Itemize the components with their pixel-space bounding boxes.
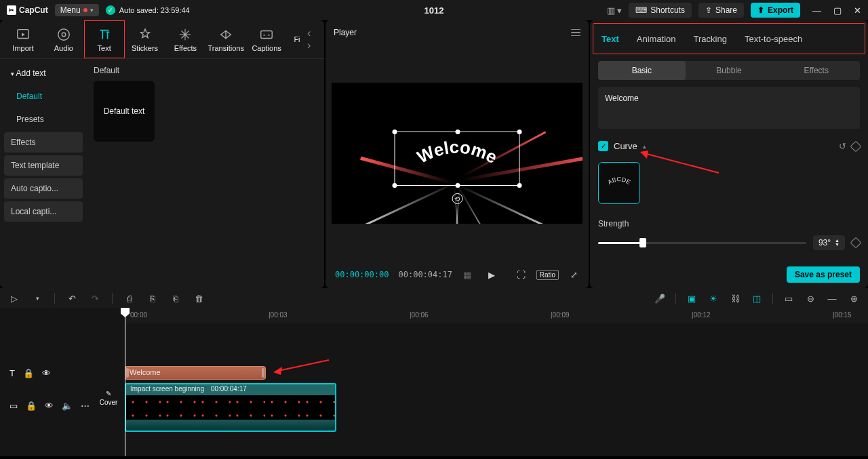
eye-icon[interactable]: 👁 — [42, 368, 51, 378]
tab-text[interactable]: Text — [84, 20, 125, 58]
subtab-bubble[interactable]: Bubble — [686, 61, 773, 80]
minimize-icon[interactable]: — — [812, 5, 821, 16]
captions-icon — [259, 27, 274, 42]
preview-area[interactable]: Welcome ⟲ — [326, 45, 589, 261]
slider-thumb[interactable] — [639, 238, 646, 247]
tab-effects[interactable]: Effects — [165, 20, 205, 58]
video-track: ▭ 🔒 👁 🔈 ⋯ ✎ Cover Impact screen beginnin… — [0, 383, 868, 432]
split-right-icon[interactable]: ⎗ — [170, 292, 182, 304]
delete-icon[interactable]: 🗑 — [193, 292, 205, 304]
handle-tr[interactable] — [517, 129, 522, 134]
video-clip-header: Impact screen beginning 00:00:04:17 — [126, 384, 335, 395]
svg-line-5 — [644, 153, 719, 173]
player-controls: 00:00:00:00 00:00:04:17 ▦ ▶ ⛶ Ratio ⤢ — [326, 261, 589, 288]
subtab-basic[interactable]: Basic — [598, 61, 686, 80]
zoom-out-icon[interactable]: ⊖ — [804, 292, 816, 304]
tab-tts[interactable]: Text-to-speech — [745, 34, 802, 44]
mic-icon[interactable]: 🎤 — [654, 292, 666, 304]
keyframe-icon[interactable] — [850, 237, 862, 249]
magnet-track-icon[interactable]: ☀ — [707, 292, 719, 304]
tracks: T 🔒 👁 Welcome ▭ 🔒 👁 🔈 ⋯ ✎ Cover Impact s… — [0, 323, 868, 432]
time-ruler[interactable]: 00:00 |00:03 |00:06 |00:09 |00:12 |00:15 — [125, 308, 868, 323]
more-icon[interactable]: ⋯ — [81, 401, 90, 411]
chevron-down-icon[interactable]: ▾ — [31, 292, 43, 304]
tab-tracking[interactable]: Tracking — [694, 34, 727, 44]
sidebar-text-template[interactable]: Text template — [4, 155, 83, 176]
curve-preset-thumb[interactable]: ABCDE — [598, 162, 640, 204]
playhead[interactable] — [125, 308, 125, 456]
rotate-handle[interactable]: ⟲ — [452, 193, 462, 204]
play-icon[interactable]: ▶ — [486, 267, 497, 282]
chevron-down-icon: ▾ — [90, 7, 94, 14]
subtab-effects[interactable]: Effects — [772, 61, 860, 80]
text-selection-box[interactable]: Welcome ⟲ — [395, 132, 520, 186]
sidebar-effects[interactable]: Effects — [4, 132, 83, 153]
tab-animation[interactable]: Animation — [637, 34, 676, 44]
pointer-icon[interactable]: ▷ — [8, 292, 20, 304]
curve-preset-icon: ABCDE — [601, 171, 637, 195]
text-content-input[interactable]: Welcome — [598, 87, 860, 129]
share-button[interactable]: ⇪ Share — [698, 3, 744, 18]
overview-icon[interactable]: ▭ — [783, 292, 795, 304]
reset-icon[interactable]: ↺ — [839, 141, 846, 151]
lock-icon[interactable]: 🔒 — [26, 401, 37, 411]
stepper-arrows[interactable]: ▲▼ — [835, 239, 840, 247]
split-left-icon[interactable]: ⎘ — [146, 292, 159, 304]
mute-icon[interactable]: 🔈 — [62, 401, 73, 411]
eye-icon[interactable]: 👁 — [45, 401, 54, 411]
player-menu-icon[interactable] — [571, 29, 580, 37]
handle-tm[interactable] — [455, 129, 460, 134]
compare-icon[interactable]: ▦ — [462, 267, 473, 282]
save-preset-row: Save as preset — [598, 266, 860, 283]
strength-value-input[interactable]: 93° ▲▼ — [813, 235, 845, 250]
tab-text-props[interactable]: Text — [601, 34, 619, 44]
layout-icon[interactable]: ▥ ▾ — [607, 5, 623, 16]
close-icon[interactable]: ✕ — [854, 5, 861, 16]
text-sidebar: ▾ Add text Default Presets Effects Text … — [0, 59, 87, 288]
zoom-in-icon[interactable]: ⊕ — [848, 292, 860, 304]
maximize-icon[interactable]: ▢ — [833, 5, 842, 16]
autosave-status: ✓ Auto saved: 23:59:44 — [106, 5, 190, 15]
shortcuts-button[interactable]: ⌨ Shortcuts — [629, 3, 692, 18]
tab-filters[interactable]: Fi — [287, 20, 307, 58]
tab-transitions[interactable]: Transitions — [205, 20, 246, 58]
sidebar-local-captions[interactable]: Local capti... — [4, 201, 83, 222]
menu-button[interactable]: Menu ▾ — [55, 4, 99, 16]
redo-icon[interactable]: ↷ — [89, 292, 101, 304]
notification-dot — [83, 8, 87, 12]
text-clip[interactable]: Welcome — [125, 366, 266, 380]
link-icon[interactable]: ⛓ — [729, 292, 741, 304]
preview-axis-icon[interactable]: ◫ — [751, 292, 763, 304]
tabs-scroll[interactable]: ‹ › — [307, 20, 321, 58]
share-icon: ⇪ — [705, 5, 712, 15]
keyframe-icon[interactable] — [850, 140, 862, 152]
zoom-slider-icon[interactable]: — — [826, 292, 838, 304]
save-preset-button[interactable]: Save as preset — [787, 266, 860, 283]
duration: 00:00:04:17 — [398, 270, 452, 279]
magnet-main-icon[interactable]: ▣ — [686, 292, 698, 304]
sidebar-presets[interactable]: Presets — [4, 109, 83, 129]
scale-icon[interactable]: ⛶ — [516, 267, 527, 282]
tab-stickers[interactable]: Stickers — [125, 20, 165, 58]
tab-captions[interactable]: Captions — [246, 20, 287, 58]
export-button[interactable]: ⬆ Export — [751, 3, 800, 18]
sidebar-add-text[interactable]: ▾ Add text — [4, 63, 83, 83]
sidebar-default[interactable]: Default — [4, 86, 83, 106]
tab-import[interactable]: Import — [3, 20, 43, 58]
video-clip[interactable]: Impact screen beginning 00:00:04:17 — [125, 383, 336, 432]
handle-tl[interactable] — [393, 129, 397, 134]
keyboard-icon: ⌨ — [635, 5, 647, 15]
fullscreen-icon[interactable]: ⤢ — [568, 267, 579, 282]
project-title: 1012 — [425, 5, 444, 16]
tab-audio[interactable]: Audio — [43, 20, 84, 58]
strength-slider[interactable] — [598, 242, 806, 244]
player-header: Player — [326, 20, 589, 45]
ratio-button[interactable]: Ratio — [536, 270, 559, 280]
sidebar-auto-captions[interactable]: Auto captio... — [4, 178, 83, 199]
collapse-icon[interactable]: ▴ — [643, 143, 646, 150]
lock-icon[interactable]: 🔒 — [23, 368, 34, 378]
undo-icon[interactable]: ↶ — [66, 292, 78, 304]
curve-checkbox[interactable]: ✓ — [598, 141, 608, 151]
default-text-thumb[interactable]: Default text — [94, 81, 155, 142]
split-icon[interactable]: ⎙ — [123, 292, 136, 304]
